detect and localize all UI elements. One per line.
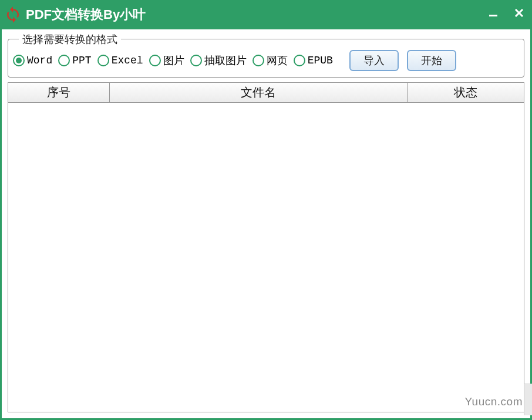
- radio-label: Excel: [112, 55, 143, 66]
- radio-icon: [190, 55, 202, 66]
- svg-rect-0: [489, 15, 497, 16]
- radio-icon: [97, 55, 109, 66]
- start-button[interactable]: 开始: [407, 50, 456, 71]
- file-table: 序号 文件名 状态: [8, 82, 524, 412]
- client-area: 选择需要转换的格式 Word PPT Excel 图片 抽取图片: [0, 29, 532, 420]
- radio-label: Word: [27, 55, 52, 66]
- resize-handle[interactable]: [524, 384, 532, 415]
- radio-label: 抽取图片: [204, 53, 247, 68]
- radio-option-extract-image[interactable]: 抽取图片: [190, 53, 247, 68]
- column-header-status[interactable]: 状态: [408, 83, 524, 102]
- radio-option-image[interactable]: 图片: [149, 53, 184, 68]
- radio-option-ppt[interactable]: PPT: [58, 55, 91, 66]
- app-title: PDF文档转换By小叶: [26, 6, 146, 23]
- watermark-text: Yuucn.com: [465, 395, 523, 408]
- import-button[interactable]: 导入: [349, 50, 399, 71]
- format-group: 选择需要转换的格式 Word PPT Excel 图片 抽取图片: [8, 39, 524, 78]
- radio-label: 图片: [163, 53, 184, 68]
- radio-label: PPT: [72, 55, 91, 66]
- radio-icon: [58, 55, 70, 66]
- column-header-index[interactable]: 序号: [8, 83, 110, 102]
- radio-option-word[interactable]: Word: [13, 55, 52, 66]
- radio-icon: [149, 55, 161, 66]
- table-header: 序号 文件名 状态: [8, 83, 524, 103]
- minimize-button[interactable]: [486, 6, 500, 20]
- radio-option-excel[interactable]: Excel: [97, 55, 143, 66]
- window-controls: [486, 6, 526, 20]
- radio-icon: [252, 55, 264, 66]
- radio-option-epub[interactable]: EPUB: [294, 55, 333, 66]
- radio-label: EPUB: [308, 55, 333, 66]
- close-button[interactable]: [512, 6, 526, 20]
- app-window: PDF文档转换By小叶 选择需要转换的格式 Word PPT: [0, 0, 532, 420]
- radio-option-webpage[interactable]: 网页: [252, 53, 288, 68]
- radio-label: 网页: [267, 53, 288, 68]
- radio-icon: [294, 55, 305, 66]
- format-group-legend: 选择需要转换的格式: [19, 32, 121, 46]
- table-body: [8, 103, 524, 412]
- app-refresh-icon: [4, 5, 22, 24]
- radio-icon: [13, 55, 25, 66]
- titlebar: PDF文档转换By小叶: [0, 0, 532, 29]
- column-header-filename[interactable]: 文件名: [110, 83, 408, 102]
